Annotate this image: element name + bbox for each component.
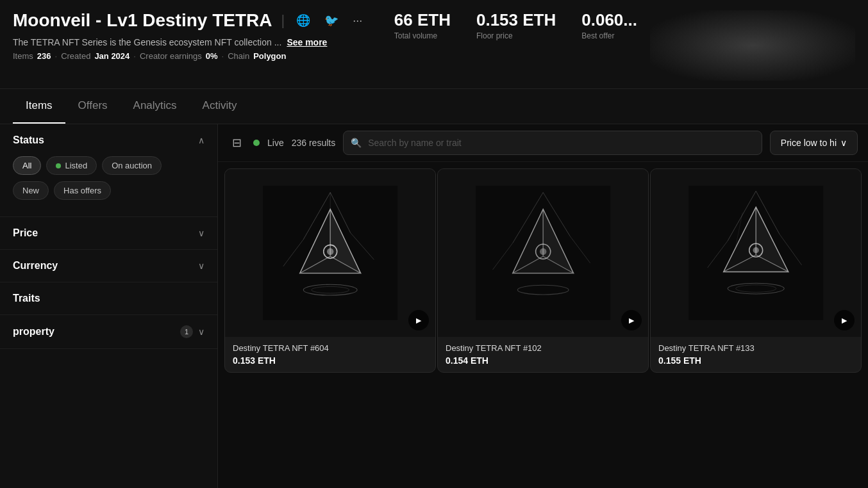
- items-label: Items: [13, 51, 33, 61]
- property-chevron-down-icon: ∨: [198, 327, 204, 337]
- status-section-body: All Listed On auction New Has off: [0, 156, 217, 216]
- filter-icon: ⊟: [232, 136, 242, 149]
- tab-activity[interactable]: Activity: [190, 89, 250, 124]
- header-left: Moonveil - Lv1 Destiny TETRA | 🌐 🐦 ··· T…: [13, 10, 369, 61]
- status-buttons-row1: All Listed On auction: [13, 156, 204, 175]
- stat-label-0: Total volume: [394, 31, 451, 40]
- status-listed-label: Listed: [65, 161, 87, 170]
- twitter-icon-btn[interactable]: 🐦: [322, 12, 341, 29]
- stat-total-volume: 66 ETH Total volume: [394, 10, 451, 40]
- nft-card-image-1: ▶: [438, 169, 648, 337]
- stat-value-1: 0.153 ETH: [476, 10, 556, 30]
- stat-value-0: 66 ETH: [394, 10, 451, 30]
- earnings-label: Creator earnings: [140, 51, 202, 61]
- nft-card-info-0: Destiny TETRA NFT #604 0.153 ETH: [225, 337, 435, 372]
- tab-analytics[interactable]: Analytics: [121, 89, 190, 124]
- price-chevron-down-icon: ∨: [198, 228, 204, 238]
- status-auction-btn[interactable]: On auction: [102, 156, 162, 175]
- traits-section-header[interactable]: Traits: [0, 282, 217, 314]
- search-bar-wrap: 🔍: [343, 131, 762, 155]
- status-new-label: New: [22, 186, 39, 195]
- created-label: Created: [61, 51, 90, 61]
- collection-header-image: [650, 10, 855, 81]
- nft-card-price-0: 0.153 ETH: [233, 355, 428, 366]
- earnings-value: 0%: [206, 51, 218, 61]
- status-listed-btn[interactable]: Listed: [46, 156, 97, 175]
- status-title: Status: [13, 134, 44, 146]
- svg-point-37: [753, 247, 758, 253]
- play-icon-2: ▶: [842, 316, 847, 325]
- status-new-btn[interactable]: New: [13, 181, 49, 200]
- price-title: Price: [13, 227, 38, 239]
- collection-description: The TETRA NFT Series is the Genesis ecos…: [13, 37, 369, 47]
- nft-card-name-2: Destiny TETRA NFT #133: [658, 343, 853, 353]
- nft-card-0[interactable]: ▶ Destiny TETRA NFT #604 0.153 ETH: [224, 168, 436, 373]
- nft-card-1[interactable]: ▶ Destiny TETRA NFT #102 0.154 ETH: [437, 168, 649, 373]
- stat-label-2: Best offer: [581, 31, 637, 40]
- traits-title: Traits: [13, 293, 40, 304]
- property-section-header[interactable]: property 1 ∨: [0, 315, 217, 348]
- price-section: Price ∨: [0, 217, 217, 250]
- items-count: 236: [37, 51, 51, 61]
- status-auction-label: On auction: [112, 161, 152, 170]
- live-dot-indicator: [253, 140, 260, 146]
- status-chevron-up-icon: ∧: [198, 135, 204, 145]
- listed-dot-icon: [56, 163, 61, 168]
- status-has-offers-label: Has offers: [63, 186, 101, 195]
- nft-card-name-1: Destiny TETRA NFT #102: [446, 343, 640, 353]
- currency-section: Currency ∨: [0, 250, 217, 282]
- play-icon-0: ▶: [416, 316, 421, 325]
- status-section-header[interactable]: Status ∧: [0, 124, 217, 156]
- stat-value-2: 0.060...: [581, 10, 637, 30]
- globe-icon: 🌐: [296, 14, 310, 27]
- twitter-icon: 🐦: [324, 14, 338, 27]
- nft-card-image-0: ▶: [225, 169, 435, 337]
- sort-label: Price low to hi: [781, 138, 837, 148]
- content-area: ⊟ Live 236 results 🔍 Price low to hi ∨: [218, 124, 868, 488]
- collection-title: Moonveil - Lv1 Destiny TETRA: [13, 10, 272, 31]
- play-icon-1: ▶: [629, 316, 634, 325]
- globe-icon-btn[interactable]: 🌐: [294, 12, 313, 29]
- results-count: 236 results: [292, 138, 335, 148]
- tab-offers[interactable]: Offers: [65, 89, 121, 124]
- chain-label: Chain: [228, 51, 249, 61]
- currency-section-header[interactable]: Currency ∨: [0, 250, 217, 282]
- currency-title: Currency: [13, 260, 58, 272]
- chain-value: Polygon: [253, 51, 286, 61]
- status-has-offers-btn[interactable]: Has offers: [54, 181, 111, 200]
- nft-card-info-2: Destiny TETRA NFT #133 0.155 ETH: [651, 337, 861, 372]
- collection-title-row: Moonveil - Lv1 Destiny TETRA | 🌐 🐦 ···: [13, 10, 369, 31]
- filter-toggle-button[interactable]: ⊟: [228, 132, 246, 154]
- see-more-button[interactable]: See more: [287, 37, 327, 47]
- search-input[interactable]: [343, 131, 762, 155]
- sort-button[interactable]: Price low to hi ∨: [770, 131, 858, 155]
- title-separator: |: [281, 12, 285, 29]
- property-section: property 1 ∨: [0, 315, 217, 349]
- status-section: Status ∧ All Listed On auction: [0, 124, 217, 217]
- property-title: property: [13, 326, 54, 338]
- svg-point-24: [540, 248, 546, 255]
- tabs-bar: Items Offers Analytics Activity: [0, 89, 868, 124]
- status-buttons-row2: New Has offers: [13, 181, 204, 200]
- status-all-btn[interactable]: All: [13, 156, 41, 175]
- main-layout: Status ∧ All Listed On auction: [0, 124, 868, 488]
- traits-section: Traits: [0, 282, 217, 315]
- stat-floor-price: 0.153 ETH Floor price: [476, 10, 556, 40]
- more-icon-btn[interactable]: ···: [350, 13, 365, 29]
- stat-best-offer: 0.060... Best offer: [581, 10, 637, 40]
- nft-card-info-1: Destiny TETRA NFT #102 0.154 ETH: [438, 337, 648, 372]
- nft-card-price-2: 0.155 ETH: [658, 355, 853, 366]
- sidebar: Status ∧ All Listed On auction: [0, 124, 218, 488]
- header-section: Moonveil - Lv1 Destiny TETRA | 🌐 🐦 ··· T…: [0, 0, 868, 89]
- property-count-badge: 1: [180, 325, 193, 338]
- nft-card-image-2: ▶: [651, 169, 861, 337]
- stats-row: 66 ETH Total volume 0.153 ETH Floor pric…: [381, 10, 637, 40]
- price-section-header[interactable]: Price ∨: [0, 217, 217, 249]
- nft-card-2[interactable]: ▶ Destiny TETRA NFT #133 0.155 ETH: [650, 168, 862, 373]
- svg-point-11: [327, 248, 333, 255]
- currency-chevron-down-icon: ∨: [198, 261, 204, 271]
- search-icon: 🔍: [351, 138, 362, 148]
- sort-chevron-icon: ∨: [840, 138, 847, 148]
- status-all-label: All: [22, 161, 31, 170]
- tab-items[interactable]: Items: [13, 89, 65, 124]
